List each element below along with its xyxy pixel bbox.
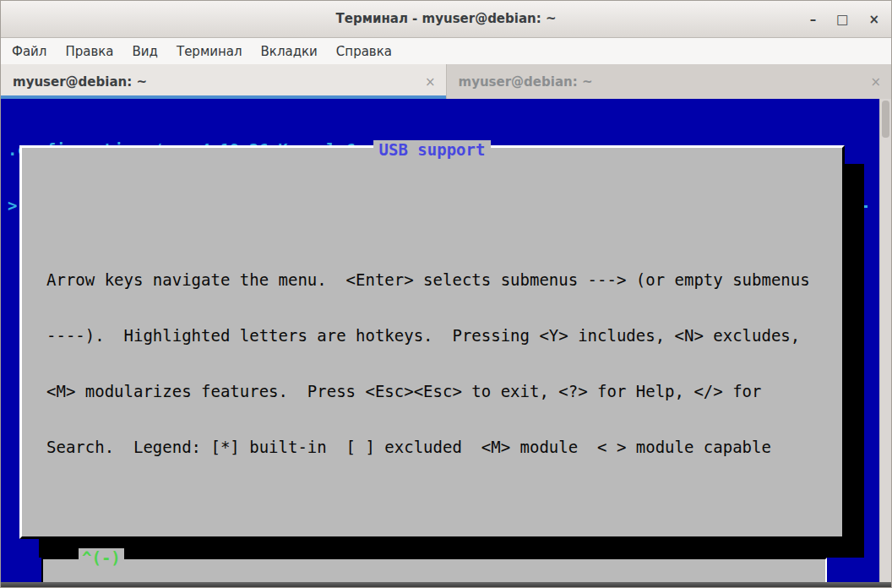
scroll-up-indicator[interactable]: ^(-) xyxy=(79,548,124,567)
menu-terminal[interactable]: Терминал xyxy=(167,44,252,59)
window-title: Терминал - myuser@debian: ~ xyxy=(1,1,891,37)
terminal-screen[interactable]: .config - Linux/arm 4.19.26 Kernel Confi… xyxy=(1,99,879,582)
instruction-line: Arrow keys navigate the menu. <Enter> se… xyxy=(46,270,842,289)
window-bottom-edge xyxy=(1,582,891,587)
tab-active[interactable]: myuser@debian: ~ × xyxy=(1,64,447,99)
usb-support-dialog: USB support Arrow keys navigate the menu… xyxy=(19,145,845,539)
window-controls: – □ × xyxy=(810,1,879,37)
tab-bar: myuser@debian: ~ × myuser@debian: ~ × xyxy=(1,64,891,99)
terminal-area: .config - Linux/arm 4.19.26 Kernel Confi… xyxy=(1,99,891,582)
tab-label: myuser@debian: ~ xyxy=(13,74,425,90)
menu-edit[interactable]: Правка xyxy=(56,44,122,59)
tab-inactive[interactable]: myuser@debian: ~ × xyxy=(447,64,892,99)
dialog-shadow-right xyxy=(845,164,864,558)
instruction-line: ----). Highlighted letters are hotkeys. … xyxy=(46,326,842,345)
dialog-title: USB support xyxy=(373,140,492,159)
instruction-line: <M> modularizes features. Press <Esc><Es… xyxy=(46,382,842,400)
instruction-line: Search. Legend: [*] built-in [ ] exclude… xyxy=(46,438,842,456)
terminal-window: Терминал - myuser@debian: ~ – □ × Файл П… xyxy=(0,0,892,588)
terminal-scrollbar[interactable] xyxy=(879,99,891,582)
menu-file[interactable]: Файл xyxy=(3,44,56,59)
menu-listbox: ^(-) v(+) [ ]HCD test mode support *** U… xyxy=(41,558,827,582)
close-icon[interactable]: × xyxy=(868,12,879,27)
menu-view[interactable]: Вид xyxy=(123,44,167,59)
menu-tabs[interactable]: Вкладки xyxy=(252,44,327,59)
menu-help[interactable]: Справка xyxy=(327,44,401,59)
scrollbar-thumb[interactable] xyxy=(882,101,889,138)
tab-label: myuser@debian: ~ xyxy=(459,74,871,90)
maximize-icon[interactable]: □ xyxy=(836,12,848,27)
tab-close-icon[interactable]: × xyxy=(870,74,881,90)
menubar: Файл Правка Вид Терминал Вкладки Справка xyxy=(1,38,891,64)
dialog-instructions: Arrow keys navigate the menu. <Enter> se… xyxy=(46,233,842,493)
tab-close-icon[interactable]: × xyxy=(425,74,436,90)
minimize-icon[interactable]: – xyxy=(810,12,817,27)
titlebar[interactable]: Терминал - myuser@debian: ~ – □ × xyxy=(1,1,891,38)
